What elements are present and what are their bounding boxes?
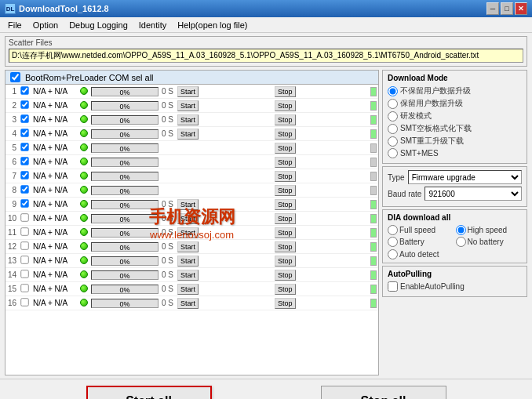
led-indicator-13: [80, 256, 88, 264]
row-stop-2[interactable]: Stop: [275, 100, 296, 111]
row-stop-11[interactable]: Stop: [275, 227, 296, 238]
row-checkbox-4[interactable]: [18, 127, 31, 141]
menu-debug[interactable]: Debug Logging: [64, 19, 133, 31]
dia-radio-full[interactable]: [388, 225, 398, 235]
minimize-button[interactable]: ─: [486, 2, 499, 15]
row-stop-6[interactable]: Stop: [275, 157, 296, 168]
row-stop-12[interactable]: Stop: [275, 241, 296, 252]
row-checkbox-11[interactable]: [18, 226, 31, 240]
led-indicator-1: [80, 87, 88, 95]
row-progress-3: 0%: [89, 113, 160, 127]
row-checkbox-7[interactable]: [18, 169, 31, 183]
row-start-12[interactable]: Start: [177, 241, 199, 252]
row-name-4: N/A + N/A: [31, 127, 78, 141]
row-stop-9[interactable]: Stop: [275, 199, 296, 210]
row-stop-5[interactable]: Stop: [275, 143, 296, 154]
enable-autopulling-checkbox[interactable]: [388, 281, 398, 292]
close-button[interactable]: ✕: [515, 2, 527, 15]
row-stop-7[interactable]: Stop: [275, 171, 296, 182]
dia-radio-nobattery[interactable]: [456, 237, 466, 247]
row-progress-13: 0%: [89, 254, 160, 268]
row-progress-8: 0%: [89, 183, 160, 198]
row-checkbox-3[interactable]: [18, 113, 31, 127]
row-start-13[interactable]: Start: [177, 256, 199, 267]
led-indicator-7: [80, 172, 88, 180]
dm-radio-1[interactable]: [388, 99, 398, 109]
row-stop-8[interactable]: Stop: [275, 185, 296, 196]
row-start-14[interactable]: Start: [177, 270, 199, 281]
menu-option[interactable]: Option: [28, 19, 63, 31]
row-checkbox-14[interactable]: [18, 268, 31, 282]
dia-radio-auto[interactable]: [388, 249, 398, 259]
row-stop-cell-12: Stop: [273, 240, 369, 254]
row-checkbox-15[interactable]: [18, 282, 31, 296]
device-table: 1 N/A + N/A 0% 0 S Start Stop: [5, 85, 378, 310]
row-number-12: 12: [5, 240, 18, 254]
row-checkbox-13[interactable]: [18, 254, 31, 268]
row-start-cell-12: Start: [176, 240, 273, 254]
row-checkbox-2[interactable]: [18, 99, 31, 113]
stop-all-button[interactable]: Stop all: [321, 386, 446, 399]
row-start-10[interactable]: Start: [177, 213, 199, 224]
row-number-4: 4: [5, 127, 18, 141]
row-name-9: N/A + N/A: [31, 198, 78, 212]
row-start-4[interactable]: Start: [177, 129, 199, 140]
row-stop-3[interactable]: Stop: [275, 114, 296, 125]
start-all-button[interactable]: Start all: [86, 386, 212, 399]
row-stop-13[interactable]: Stop: [275, 256, 296, 267]
row-checkbox-10[interactable]: [18, 212, 31, 226]
dm-radio-4[interactable]: [388, 136, 398, 147]
row-time-9: 0 S: [160, 198, 176, 212]
maximize-button[interactable]: □: [501, 2, 513, 15]
row-start-16[interactable]: Start: [177, 298, 199, 309]
dm-radio-2[interactable]: [388, 111, 398, 122]
row-checkbox-8[interactable]: [18, 183, 31, 198]
row-start-cell-2: Start: [176, 99, 273, 113]
table-row: 1 N/A + N/A 0% 0 S Start Stop: [5, 85, 378, 99]
menu-file[interactable]: File: [3, 19, 27, 31]
row-start-15[interactable]: Start: [177, 284, 199, 295]
row-stop-1[interactable]: Stop: [275, 86, 296, 97]
row-progress-2: 0%: [89, 99, 160, 113]
row-checkbox-1[interactable]: [18, 85, 31, 99]
bootrom-checkbox[interactable]: [10, 72, 20, 82]
row-progress-12: 0%: [89, 240, 160, 254]
dm-radio-3[interactable]: [388, 124, 398, 134]
row-stop-14[interactable]: Stop: [275, 270, 296, 281]
row-start-cell-5: [176, 141, 273, 155]
baud-select[interactable]: 921600: [425, 187, 522, 201]
row-start-9[interactable]: Start: [177, 199, 199, 210]
table-row: 15 N/A + N/A 0% 0 S Start Stop: [5, 282, 378, 296]
row-start-11[interactable]: Start: [177, 227, 199, 238]
row-stop-4[interactable]: Stop: [275, 129, 296, 140]
menu-help[interactable]: Help(open log file): [173, 19, 252, 31]
row-number-2: 2: [5, 99, 18, 113]
row-name-2: N/A + N/A: [31, 99, 78, 113]
row-led-12: [78, 240, 89, 254]
type-select[interactable]: Firmware upgrade: [408, 170, 522, 184]
row-stop-cell-16: Stop: [273, 296, 369, 310]
row-checkbox-9[interactable]: [18, 198, 31, 212]
row-checkbox-12[interactable]: [18, 240, 31, 254]
row-stop-10[interactable]: Stop: [275, 213, 296, 224]
row-stop-15[interactable]: Stop: [275, 284, 296, 295]
led-indicator-11: [80, 228, 88, 236]
row-progress-5: 0%: [89, 141, 160, 155]
scatter-path-input[interactable]: [9, 49, 523, 63]
device-scroll-area[interactable]: 1 N/A + N/A 0% 0 S Start Stop: [5, 85, 378, 310]
dm-radio-0[interactable]: [388, 86, 398, 96]
dm-label-0: 不保留用户数据升级: [400, 85, 471, 96]
led-indicator-6: [80, 158, 88, 165]
row-status-14: [369, 268, 378, 282]
row-start-1[interactable]: Start: [177, 86, 199, 97]
dm-radio-5[interactable]: [388, 148, 398, 158]
row-stop-16[interactable]: Stop: [275, 298, 296, 309]
dia-radio-high[interactable]: [456, 225, 466, 235]
row-start-2[interactable]: Start: [177, 100, 199, 111]
row-checkbox-16[interactable]: [18, 296, 31, 310]
dia-radio-battery[interactable]: [388, 237, 398, 247]
row-checkbox-5[interactable]: [18, 141, 31, 155]
row-start-3[interactable]: Start: [177, 114, 199, 125]
row-checkbox-6[interactable]: [18, 155, 31, 169]
menu-identity[interactable]: Identity: [134, 19, 171, 31]
